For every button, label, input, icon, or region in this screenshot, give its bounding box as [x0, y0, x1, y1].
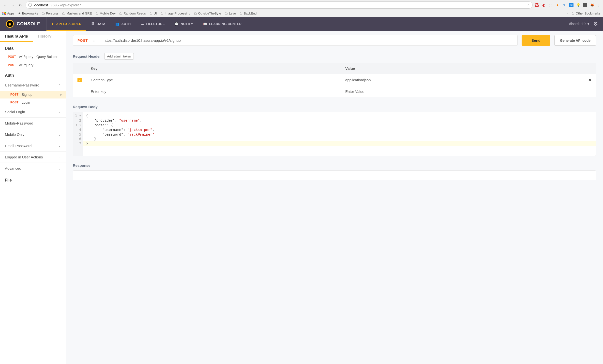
- brand-title: CONSOLE: [17, 21, 40, 27]
- apps-icon: [2, 12, 6, 15]
- remove-header-icon[interactable]: ✕: [588, 78, 591, 82]
- api-item-query[interactable]: POST /v1/query: [0, 61, 66, 69]
- ext-icon-9[interactable]: 🦊: [590, 3, 594, 7]
- chevron-down-icon: ⌄: [58, 144, 61, 148]
- api-item-signup[interactable]: POST Signup ▸: [0, 91, 66, 98]
- bookmark-masters[interactable]: 🗀Masters and GRE: [62, 12, 92, 15]
- header-checkbox[interactable]: ✓: [77, 78, 82, 82]
- response-box: [73, 170, 596, 180]
- folder-icon: 🗀: [160, 12, 164, 15]
- bookmark-outside[interactable]: 🗀OutsideTheByte: [194, 12, 221, 15]
- nav-filestore[interactable]: ☁FILESTORE: [136, 17, 170, 31]
- react-icon[interactable]: ⚛: [569, 3, 573, 7]
- chevron-down-icon: ⌄: [58, 133, 61, 136]
- nav-data[interactable]: 🗄DATA: [86, 17, 110, 31]
- tab-history[interactable]: History: [33, 31, 56, 42]
- info-icon: ⓘ: [28, 3, 32, 7]
- browser-chrome: ← → ⟳ ⓘ localhost:9695/api-explorer ☆ AB…: [0, 0, 603, 17]
- caret-right-icon: ▸: [60, 93, 62, 97]
- ext-icon-8[interactable]: ⋯: [583, 3, 587, 7]
- nav-learning[interactable]: 📖LEARNING CENTER: [198, 17, 247, 31]
- bookmark-ui[interactable]: 🗀UI: [149, 12, 157, 15]
- extension-icons: ABP ◐ ◯ ✦ ✎ ⚛ 💡 ⋯ 🦊 ⋮: [535, 3, 601, 7]
- header-key-input[interactable]: [91, 89, 336, 94]
- menu-icon[interactable]: ⋮: [597, 3, 601, 7]
- ublock-icon[interactable]: ◐: [542, 3, 546, 7]
- database-icon: 🗄: [91, 22, 95, 26]
- group-social-login[interactable]: Social Login⌄: [0, 106, 66, 118]
- code-content[interactable]: { "provider": "username", "data": { "use…: [83, 112, 596, 156]
- bookmark-backend[interactable]: 🗀BackEnd: [239, 12, 256, 15]
- nav-api-explorer[interactable]: ⚱API EXPLORER: [46, 17, 86, 31]
- generate-api-code-button[interactable]: Generate API code: [554, 35, 596, 46]
- folder-icon: 🗀: [149, 12, 152, 15]
- section-file-title: File: [0, 174, 66, 184]
- ext-icon-4[interactable]: ✦: [555, 3, 560, 7]
- flask-icon: ⚱: [51, 22, 54, 26]
- bookmark-imageproc[interactable]: 🗀Image Processing: [160, 12, 190, 15]
- request-body-title: Request Body: [73, 105, 596, 109]
- users-icon: 👥: [115, 22, 120, 26]
- api-item-login[interactable]: POST Login: [0, 98, 66, 106]
- bookmark-bookmarks[interactable]: ★ Bookmarks: [18, 12, 38, 15]
- nav-notify[interactable]: 💬NOTIFY: [170, 17, 198, 31]
- chat-icon: 💬: [175, 22, 179, 26]
- group-mobile-password[interactable]: Mobile-Password⌄: [0, 118, 66, 129]
- bookmark-personal[interactable]: 🗀Personal: [42, 12, 59, 15]
- url-port: :9695: [49, 3, 59, 7]
- folder-icon: 🗀: [119, 12, 122, 15]
- folder-icon: 🗀: [239, 12, 242, 15]
- chevron-down-icon: ⌄: [93, 39, 95, 42]
- brand-logo-icon: ◉: [6, 20, 14, 28]
- gutter: 1 ▾23 ▾4567: [73, 112, 83, 156]
- user-dropdown[interactable]: disorder10▾: [569, 22, 589, 26]
- bookmark-mobiledev[interactable]: 🗀Mobile Dev: [95, 12, 116, 15]
- folder-icon: 🗀: [42, 12, 45, 15]
- gear-icon[interactable]: ⚙: [593, 21, 598, 27]
- ext-icon-5[interactable]: ✎: [562, 3, 567, 7]
- header-value-input[interactable]: [345, 89, 591, 94]
- abp-icon[interactable]: ABP: [535, 3, 539, 7]
- book-icon: 📖: [203, 22, 207, 26]
- add-admin-token-button[interactable]: Add admin token: [104, 53, 134, 60]
- tab-hasura-apis[interactable]: Hasura APIs: [0, 31, 33, 42]
- bookmarks-overflow[interactable]: »: [567, 12, 568, 15]
- ext-icon-3[interactable]: ◯: [548, 3, 553, 7]
- nav-auth[interactable]: 👥AUTH: [110, 17, 136, 31]
- header-key[interactable]: Content-Type: [91, 78, 113, 82]
- cloud-icon: ☁: [141, 22, 144, 26]
- group-advanced[interactable]: Advanced⌄: [0, 163, 66, 174]
- send-button[interactable]: Send: [522, 35, 550, 46]
- bookmark-levo[interactable]: 🗀Levo: [225, 12, 236, 15]
- request-body-editor[interactable]: 1 ▾23 ▾4567 { "provider": "username", "d…: [73, 112, 596, 156]
- address-bar[interactable]: ⓘ localhost:9695/api-explorer ☆: [26, 1, 533, 9]
- folder-icon: 🗀: [62, 12, 65, 15]
- star-icon[interactable]: ☆: [527, 3, 530, 7]
- section-auth-title: Auth: [0, 69, 66, 80]
- app-header: ◉ CONSOLE ⚱API EXPLORER 🗄DATA 👥AUTH ☁FIL…: [0, 17, 603, 31]
- forward-button[interactable]: →: [10, 2, 16, 8]
- header-value[interactable]: application/json: [345, 78, 371, 82]
- other-bookmarks[interactable]: 🗀Other Bookmarks: [571, 12, 601, 15]
- bookmark-apps[interactable]: Apps: [2, 12, 15, 15]
- bookmark-random[interactable]: 🗀Random Reads: [119, 12, 146, 15]
- api-item-query-builder[interactable]: POST /v1/query - Query Builder: [0, 53, 66, 61]
- response-title: Response: [73, 163, 596, 168]
- main-panel: POST ⌄ Send Generate API code Request He…: [66, 31, 603, 364]
- ext-icon-7[interactable]: 💡: [576, 3, 580, 7]
- group-email-password[interactable]: Email-Password⌄: [0, 140, 66, 152]
- folder-icon: 🗀: [571, 12, 574, 15]
- group-logged-in-user[interactable]: Logged in User Actions⌄: [0, 152, 66, 163]
- url-input[interactable]: [100, 35, 518, 46]
- group-mobile-only[interactable]: Mobile Only⌄: [0, 129, 66, 140]
- request-header-title: Request Header Add admin token: [73, 53, 596, 60]
- back-button[interactable]: ←: [2, 2, 8, 8]
- headers-table: Key Value ✓ Content-Type application/jso…: [73, 63, 596, 97]
- folder-icon: 🗀: [194, 12, 197, 15]
- group-username-password[interactable]: Username-Password⌃: [0, 80, 66, 91]
- brand[interactable]: ◉ CONSOLE: [0, 17, 46, 31]
- chevron-down-icon: ⌄: [58, 167, 61, 170]
- method-select[interactable]: POST ⌄: [73, 35, 100, 46]
- header-row: ✓ Content-Type application/json✕: [73, 74, 596, 86]
- reload-button[interactable]: ⟳: [18, 2, 24, 8]
